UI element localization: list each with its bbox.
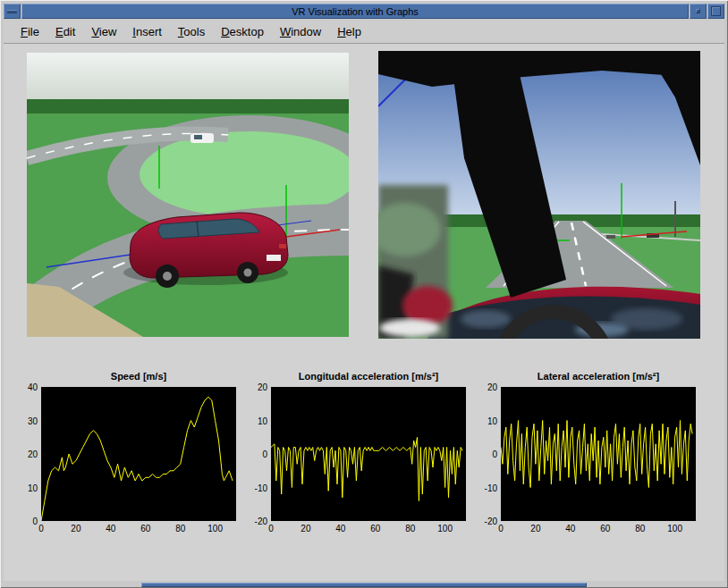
lateral-acceleration-line-plot (501, 387, 696, 521)
menu-item-help[interactable]: Help (329, 22, 369, 41)
minimize-button[interactable] (690, 4, 707, 19)
y-tick-label: 0 (262, 449, 271, 459)
x-tick-label: 0 (268, 521, 274, 533)
x-tick-label: 60 (600, 521, 610, 533)
x-tick-label: 20 (301, 521, 310, 533)
x-tick-label: 100 (667, 521, 682, 533)
y-tick-label: 30 (28, 416, 41, 425)
side-window-graphic (378, 185, 453, 339)
y-tick-label: 10 (487, 416, 501, 425)
x-tick-label: 20 (530, 521, 540, 533)
driver-3d-view[interactable] (378, 51, 700, 339)
chart-title: Speed [m/s] (41, 371, 236, 385)
x-tick-label: 60 (370, 521, 380, 533)
y-tick-label: 10 (258, 416, 271, 425)
menu-item-insert[interactable]: Insert (124, 22, 170, 41)
y-tick-label: 10 (28, 483, 41, 492)
y-tick-label: 20 (28, 449, 41, 459)
window-menu-button[interactable] (4, 4, 21, 19)
menu-bar: FileEditViewInsertToolsDesktopWindowHelp (4, 21, 724, 44)
x-tick-label: 0 (38, 521, 44, 533)
window-menu-icon (7, 10, 17, 13)
y-tick-label: -20 (485, 517, 501, 526)
x-tick-label: 20 (71, 521, 80, 533)
exterior-scene-graphic (27, 53, 349, 337)
y-tick-label: 20 (258, 382, 271, 392)
charts-row: Speed [m/s] 010203040020406080100 Longit… (9, 371, 698, 521)
menu-item-window[interactable]: Window (272, 22, 329, 41)
chart-title: Lateral acceleration [m/s²] (501, 371, 696, 385)
x-tick-label: 80 (175, 521, 185, 533)
minimize-icon (696, 9, 700, 13)
menu-item-edit[interactable]: Edit (47, 22, 83, 41)
title-bar[interactable]: VR Visualization with Graphs (4, 4, 724, 19)
menu-item-desktop[interactable]: Desktop (213, 22, 272, 41)
x-tick-label: 40 (106, 521, 115, 533)
menu-item-tools[interactable]: Tools (170, 22, 213, 41)
longitudinal-acceleration-line-plot (271, 387, 466, 521)
maximize-button[interactable] (707, 4, 724, 19)
application-window: VR Visualization with Graphs FileEditVie… (0, 0, 728, 588)
chart-speed: Speed [m/s] 010203040020406080100 (9, 371, 239, 521)
plot-area: 010203040020406080100 (41, 387, 236, 521)
bottom-resize-bar[interactable] (141, 583, 587, 587)
y-tick-label: -20 (255, 517, 271, 526)
x-tick-label: 0 (498, 521, 504, 533)
x-tick-label: 40 (335, 521, 345, 533)
exterior-3d-view[interactable] (27, 53, 349, 337)
y-tick-label: -10 (255, 483, 271, 492)
y-tick-label: -10 (485, 483, 501, 492)
speed-line-plot (41, 387, 236, 521)
x-tick-label: 100 (207, 521, 223, 533)
x-tick-label: 80 (405, 521, 415, 533)
x-tick-label: 60 (140, 521, 150, 533)
y-tick-label: 20 (487, 382, 501, 392)
plot-area: -20-1001020020406080100 (501, 387, 696, 521)
menu-item-file[interactable]: File (13, 22, 47, 41)
y-tick-label: 40 (28, 382, 41, 392)
x-tick-label: 40 (565, 521, 575, 533)
x-tick-label: 100 (437, 521, 453, 533)
y-tick-label: 0 (492, 449, 501, 459)
chart-title: Longitudal acceleration [m/s²] (271, 371, 466, 385)
menu-item-view[interactable]: View (83, 22, 124, 41)
x-tick-label: 80 (635, 521, 645, 533)
figure-canvas: Speed [m/s] 010203040020406080100 Longit… (4, 44, 724, 581)
chart-lateral-acceleration: Lateral acceleration [m/s²] -20-10010200… (469, 371, 698, 521)
plot-area: -20-1001020020406080100 (271, 387, 466, 521)
driver-scene-graphic (378, 51, 700, 339)
distant-car-graphic (190, 133, 214, 143)
window-title: VR Visualization with Graphs (21, 4, 689, 19)
chart-longitudinal-acceleration: Longitudal acceleration [m/s²] -20-10010… (239, 371, 469, 521)
maximize-icon (711, 6, 721, 16)
y-tick-label: 0 (32, 517, 41, 526)
